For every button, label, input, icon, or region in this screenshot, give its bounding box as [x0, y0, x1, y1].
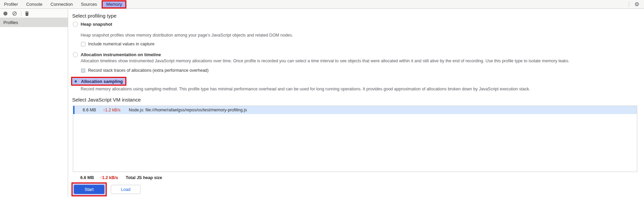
record-icon[interactable] [3, 12, 7, 16]
heap-snapshot-description: Heap snapshot profiles show memory distr… [81, 33, 644, 38]
allocation-sampling-annotation: Allocation sampling [71, 77, 126, 86]
vm-heap-rate: ↑1.2 kB/s [103, 108, 123, 112]
checkbox-include-numerical-values[interactable]: Include numerical values in capture [81, 41, 644, 47]
tab-console[interactable]: Console [22, 0, 46, 9]
radio-circle-icon[interactable] [73, 22, 78, 27]
total-heap-label: Total JS heap size [126, 175, 162, 180]
devtools-window: Profiler Console Connection Sources Memo… [0, 0, 644, 197]
load-button[interactable]: Load [111, 185, 141, 194]
profiler-toolbar [0, 9, 68, 18]
toolbar-divider [21, 11, 21, 16]
checkbox-include-numerical-values-label: Include numerical values in capture [88, 42, 154, 46]
checkbox-record-stack-traces[interactable]: ✓ Record stack traces of allocations (ex… [81, 68, 644, 73]
radio-allocation-sampling[interactable]: Allocation sampling [73, 78, 123, 84]
radio-allocation-sampling-label: Allocation sampling [81, 79, 123, 84]
checkbox-record-stack-traces-label: Record stack traces of allocations (extr… [88, 68, 209, 73]
vm-instance-title: Node.js: file:///home/rafaelgss/repos/os… [129, 108, 247, 112]
profiling-type-heading: Select profiling type [72, 13, 644, 19]
allocation-sampling-description: Record memory allocations using sampling… [81, 87, 644, 91]
start-button[interactable]: Start [74, 185, 104, 194]
left-panel: Profiles [0, 9, 68, 197]
checkbox-icon[interactable] [81, 42, 85, 46]
tab-connection[interactable]: Connection [46, 0, 77, 9]
heap-totals-row: 6.6 MB ↑1.2 kB/s Total JS heap size [80, 175, 644, 180]
radio-allocation-instrumentation[interactable]: Allocation instrumentation on timeline [73, 51, 644, 58]
sidebar-item-profiles[interactable]: Profiles [0, 18, 68, 27]
delete-icon[interactable] [25, 11, 29, 16]
radio-dot [75, 80, 77, 83]
total-heap-rate: ↑1.2 kB/s [100, 175, 120, 180]
radio-heap-snapshot-label: Heap snapshot [81, 22, 112, 27]
memory-panel: Select profiling type Heap snapshot Heap… [68, 9, 644, 197]
vm-instance-heading: Select JavaScript VM instance [72, 97, 644, 103]
checkbox-checked-icon[interactable]: ✓ [81, 68, 85, 73]
action-buttons: Start Load [71, 182, 644, 196]
radio-selected-icon[interactable] [73, 79, 78, 84]
radio-heap-snapshot[interactable]: Heap snapshot [73, 21, 644, 27]
vm-instance-list[interactable]: 6.6 MB ↑1.2 kB/s Node.js: file:///home/r… [73, 106, 637, 172]
settings-gear-icon[interactable]: ⚙ [632, 0, 641, 9]
block-icon[interactable] [12, 11, 17, 16]
tab-sources[interactable]: Sources [77, 0, 101, 9]
start-button-annotation: Start [71, 182, 107, 196]
vm-heap-size: 6.6 MB [83, 108, 98, 112]
tab-profiler[interactable]: Profiler [0, 0, 22, 9]
tab-memory[interactable]: Memory [102, 0, 126, 8]
radio-circle-icon[interactable] [73, 52, 78, 57]
radio-allocation-instrumentation-label: Allocation instrumentation on timeline [81, 52, 161, 57]
tab-bar: Profiler Console Connection Sources Memo… [0, 0, 644, 9]
tabbar-divider [629, 2, 629, 7]
total-heap-size: 6.6 MB [80, 175, 95, 180]
vm-instance-row[interactable]: 6.6 MB ↑1.2 kB/s Node.js: file:///home/r… [73, 106, 637, 114]
allocation-instrumentation-description: Allocation timelines show instrumented J… [81, 59, 644, 63]
